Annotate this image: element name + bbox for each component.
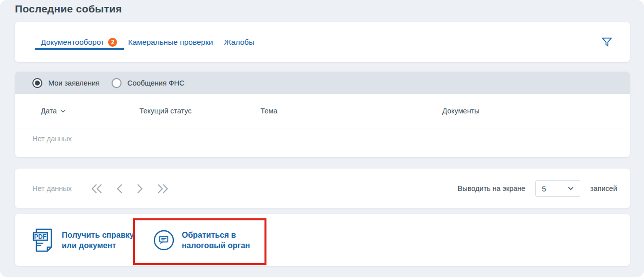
next-page-icon[interactable] [136,184,143,193]
prev-page-icon[interactable] [116,184,123,193]
radio-my-applications[interactable]: Мои заявления [32,78,100,88]
unread-count-badge: 2 [108,38,117,47]
action-label: Обратиться в налоговый орган [182,230,250,251]
events-table-card: Мои заявления Сообщения ФНС Дата Текущий… [15,72,630,157]
tab-label: Камеральные проверки [128,38,213,47]
sort-chevron-down-icon [60,109,66,113]
page-size-select[interactable]: 5 [535,180,580,197]
column-label: Дата [41,107,57,115]
svg-text:PDF: PDF [34,233,47,240]
pdf-document-icon: PDF [32,228,55,253]
tab-document-flow[interactable]: Документооборот 2 [41,22,117,62]
pager-controls [91,184,169,193]
pagination-empty-message: Нет данных [32,185,72,192]
page-size-value: 5 [542,185,546,193]
records-label: записей [590,185,617,192]
source-toggle-bar: Мои заявления Сообщения ФНС [15,72,630,94]
page-title: Последние события [15,3,630,15]
get-certificate-button[interactable]: PDF Получить справку или документ [32,228,134,253]
tab-bar: Документооборот 2 Камеральные проверки Ж… [41,22,255,62]
tab-complaints[interactable]: Жалобы [224,22,255,62]
chat-bubble-icon [153,229,175,251]
radio-unselected-icon [112,78,122,88]
column-header-theme: Тема [260,107,442,115]
tab-desk-audits[interactable]: Камеральные проверки [128,22,213,62]
page-size-control: Выводить на экране 5 записей [458,180,617,197]
page-size-label: Выводить на экране [458,185,525,192]
first-page-icon[interactable] [91,184,103,193]
radio-label: Мои заявления [48,79,100,87]
tabs-card: Документооборот 2 Камеральные проверки Ж… [15,22,630,62]
radio-label: Сообщения ФНС [128,79,185,87]
radio-selected-icon [32,78,42,88]
filter-funnel-icon[interactable] [601,36,613,48]
radio-fns-messages[interactable]: Сообщения ФНС [112,78,185,88]
table-header-row: Дата Текущий статус Тема Документы [15,94,630,128]
table-empty-message: Нет данных [15,128,630,143]
column-header-date[interactable]: Дата [41,107,139,115]
column-header-status: Текущий статус [139,107,260,115]
pagination-card: Нет данных [15,169,630,208]
recent-events-panel: Последние события Документооборот 2 Каме… [0,0,644,277]
tab-label: Документооборот [41,38,104,47]
column-header-documents: Документы [442,107,630,115]
last-page-icon[interactable] [157,184,169,193]
action-label: Получить справку или документ [62,230,134,251]
chevron-down-icon [568,186,574,190]
contact-tax-authority-button[interactable]: Обратиться в налоговый орган [153,229,250,251]
tab-label: Жалобы [224,38,255,47]
actions-card: PDF Получить справку или документ Обрати… [15,214,630,266]
